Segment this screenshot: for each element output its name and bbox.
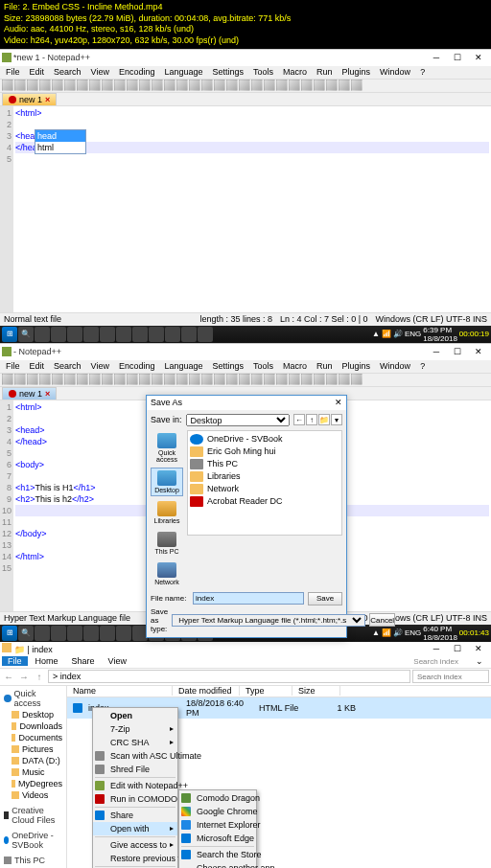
list-item[interactable]: This PC xyxy=(190,458,339,470)
menu-encoding[interactable]: Encoding xyxy=(115,361,159,371)
sidebar-libraries[interactable]: Libraries xyxy=(151,498,183,527)
tray-icon[interactable]: ▲ xyxy=(372,330,380,338)
toolbar-btn[interactable] xyxy=(189,374,200,385)
toolbar-indent-icon[interactable] xyxy=(239,80,250,91)
list-item[interactable]: OneDrive - SVBook xyxy=(190,433,339,445)
explorer-icon[interactable] xyxy=(83,626,99,641)
ctx-share[interactable]: Share xyxy=(93,809,177,822)
ctx-shred[interactable]: Shred File xyxy=(93,763,177,776)
toolbar-chars-icon[interactable] xyxy=(226,80,238,91)
toolbar-map-icon[interactable] xyxy=(276,80,288,91)
notepadpp-icon[interactable] xyxy=(198,327,213,342)
toolbar-func-icon[interactable] xyxy=(264,80,275,91)
toolbar-btn[interactable] xyxy=(251,374,263,385)
toolbar-copy-icon[interactable] xyxy=(102,80,113,91)
search-input[interactable] xyxy=(412,670,489,683)
filename-input[interactable] xyxy=(193,592,304,605)
toolbar-stop-icon[interactable] xyxy=(326,80,338,91)
column-headers[interactable]: Name Date modified Type Size xyxy=(67,686,491,697)
menu-tools[interactable]: Tools xyxy=(249,67,277,77)
ctx-open[interactable]: Open xyxy=(93,709,177,722)
lang-indicator[interactable]: ENG xyxy=(405,628,421,637)
search-icon[interactable]: 🔍 xyxy=(18,626,34,641)
store-icon[interactable] xyxy=(100,626,115,641)
toolbar-savemacro-icon[interactable] xyxy=(351,80,362,91)
toolbar-btn[interactable] xyxy=(164,374,175,385)
list-item[interactable]: Network xyxy=(190,483,339,495)
menu-plugins[interactable]: Plugins xyxy=(339,361,375,371)
autocomplete-item-head[interactable]: head xyxy=(35,130,85,142)
newfolder-icon[interactable]: 📁 xyxy=(318,414,330,425)
toolbar-btn[interactable] xyxy=(127,374,138,385)
sidebar-thispc[interactable]: This PC xyxy=(2,855,64,866)
toolbar-close-icon[interactable] xyxy=(52,80,63,91)
list-item[interactable]: Libraries xyxy=(190,470,339,483)
tray-icon[interactable]: ▲ xyxy=(372,628,380,637)
menu-run[interactable]: Run xyxy=(313,67,337,77)
ctx-giveaccess[interactable]: Give access to xyxy=(93,838,177,852)
start-button[interactable]: ⊞ xyxy=(2,327,17,342)
menu-macro[interactable]: Macro xyxy=(279,361,311,371)
toolbar-sync-icon[interactable] xyxy=(201,80,213,91)
autocomplete-item-html[interactable]: html xyxy=(35,142,85,153)
sidebar-desktop[interactable]: Desktop xyxy=(151,468,183,496)
toolbar-wrap-icon[interactable] xyxy=(214,80,225,91)
network-icon[interactable]: 📶 xyxy=(382,330,391,338)
menu-help[interactable]: ? xyxy=(416,67,429,77)
editor-area[interactable]: 12345 <html> <head> </head> head html xyxy=(0,106,491,312)
toolbar-new-icon[interactable] xyxy=(2,80,13,91)
tab-close-icon[interactable]: × xyxy=(45,389,50,399)
menu-settings[interactable]: Settings xyxy=(209,67,248,77)
ctx-comodo[interactable]: Run in COMODO container xyxy=(93,792,177,806)
ctx-crcsha[interactable]: CRC SHA xyxy=(93,736,177,749)
menu-edit[interactable]: Edit xyxy=(26,361,49,371)
volume-icon[interactable]: 🔊 xyxy=(393,628,403,637)
sidebar-item[interactable]: MyDegrees xyxy=(2,778,64,789)
menu-help[interactable]: ? xyxy=(416,361,429,371)
toolbar-btn[interactable] xyxy=(176,374,188,385)
toolbar-undo-icon[interactable] xyxy=(127,80,138,91)
search-icon[interactable]: 🔍 xyxy=(18,327,34,342)
menu-language[interactable]: Language xyxy=(160,361,206,371)
menu-search[interactable]: Search xyxy=(50,67,85,77)
code-content[interactable]: <html> <head> </head> head html xyxy=(13,106,491,312)
minimize-button[interactable]: ─ xyxy=(426,345,447,359)
sidebar-item[interactable]: DATA (D:) xyxy=(2,755,64,766)
toolbar-btn[interactable] xyxy=(14,374,26,385)
toolbar-btn[interactable] xyxy=(314,374,325,385)
menu-window[interactable]: Window xyxy=(376,361,414,371)
toolbar-btn[interactable] xyxy=(64,374,76,385)
menu-search[interactable]: Search xyxy=(50,361,85,371)
toolbar-zoomout-icon[interactable] xyxy=(189,80,200,91)
toolbar-folder-icon[interactable] xyxy=(251,80,263,91)
ctx-edit-npp[interactable]: Edit with Notepad++ xyxy=(93,779,177,792)
toolbar-btn[interactable] xyxy=(139,374,151,385)
list-item[interactable]: Acrobat Reader DC xyxy=(190,495,339,508)
menu-edit[interactable]: Edit xyxy=(26,67,49,77)
views-icon[interactable]: ▾ xyxy=(331,414,342,425)
ribbon-view[interactable]: View xyxy=(103,656,132,666)
toolbar-btn[interactable] xyxy=(39,374,51,385)
tab-new1[interactable]: new 1× xyxy=(2,387,57,400)
menu-view[interactable]: View xyxy=(87,361,113,371)
toolbar-btn[interactable] xyxy=(239,374,250,385)
ribbon-expand-icon[interactable]: ⌄ xyxy=(470,656,489,666)
menu-settings[interactable]: Settings xyxy=(209,361,248,371)
toolbar-open-icon[interactable] xyxy=(14,80,26,91)
toolbar-print-icon[interactable] xyxy=(77,80,88,91)
toolbar-btn[interactable] xyxy=(89,374,101,385)
menu-window[interactable]: Window xyxy=(376,67,414,77)
toolbar-saveall-icon[interactable] xyxy=(39,80,51,91)
toolbar-btn[interactable] xyxy=(214,374,225,385)
savein-dropdown[interactable]: Desktop xyxy=(186,414,290,426)
chrome-icon[interactable] xyxy=(116,626,131,641)
back-button[interactable]: ← xyxy=(2,670,15,683)
toolbar-save-icon[interactable] xyxy=(27,80,38,91)
sidebar-creativecloud[interactable]: Creative Cloud Files xyxy=(2,805,64,826)
toolbar-record-icon[interactable] xyxy=(301,80,313,91)
toolbar-btn[interactable] xyxy=(276,374,288,385)
edge-icon[interactable] xyxy=(67,327,82,342)
file-view[interactable]: Name Date modified Type Size index 18/8/… xyxy=(67,686,491,868)
toolbar-cut-icon[interactable] xyxy=(89,80,101,91)
taskview-icon[interactable] xyxy=(35,327,50,342)
